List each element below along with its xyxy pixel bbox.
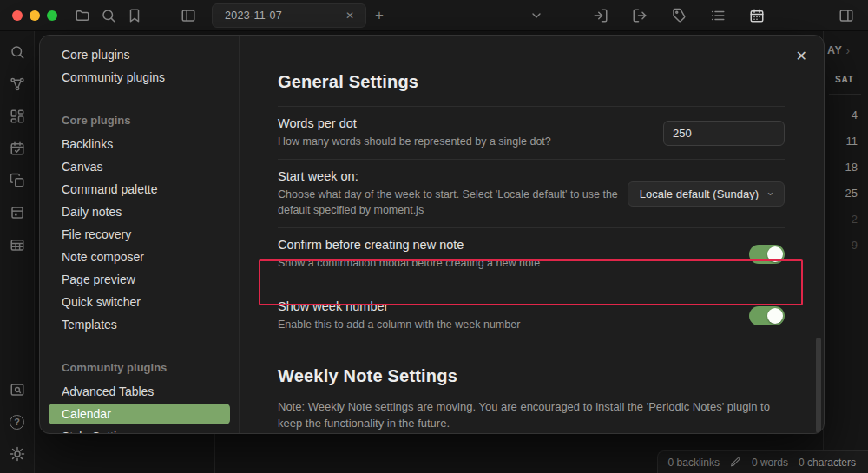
words-per-dot-input[interactable] xyxy=(663,121,785,146)
pencil-icon xyxy=(730,457,741,468)
sidebar-item-command-palette[interactable]: Command palette xyxy=(49,179,230,200)
folder-icon[interactable] xyxy=(69,4,95,27)
setting-name: Start week on: xyxy=(278,169,628,183)
toggle-knob xyxy=(767,308,783,324)
sidebar-item-daily-notes[interactable]: Daily notes xyxy=(49,201,230,222)
calendar-day[interactable]: 25 xyxy=(824,181,858,207)
close-window-button[interactable] xyxy=(12,10,23,21)
status-bar: 0 backlinks 0 words 0 characters xyxy=(657,450,868,473)
word-count[interactable]: 0 words xyxy=(752,457,788,469)
pane-divider xyxy=(214,434,215,473)
setting-name: Confirm before creating new note xyxy=(278,238,540,252)
chevron-down-icon[interactable] xyxy=(523,4,549,27)
setting-name: Words per dot xyxy=(278,116,551,130)
new-tab-button[interactable]: + xyxy=(366,7,392,24)
copy-icon[interactable] xyxy=(7,170,28,191)
sidebar-item-canvas[interactable]: Canvas xyxy=(49,156,230,177)
sidebar-item-core-plugins-nav[interactable]: Core plugins xyxy=(49,44,230,65)
settings-content: ✕ General Settings Words per dot How man… xyxy=(240,36,824,433)
setting-description: Enable this to add a column with the wee… xyxy=(278,317,520,332)
settings-sidebar: Core plugins Community plugins Core plug… xyxy=(40,36,240,433)
search-icon[interactable] xyxy=(95,4,122,27)
calendar-check-icon[interactable] xyxy=(7,138,28,159)
list-icon[interactable] xyxy=(705,4,731,27)
sidebar-section-community-plugins: Community plugins xyxy=(49,361,230,374)
layout-dashboard-icon[interactable] xyxy=(7,106,28,127)
sidebar-item-backlinks[interactable]: Backlinks xyxy=(49,134,230,154)
calendar-icon[interactable] xyxy=(744,4,770,27)
table-icon[interactable] xyxy=(7,234,28,255)
character-count[interactable]: 0 characters xyxy=(799,457,856,469)
sign-out-icon[interactable] xyxy=(627,4,653,27)
tab-2023-11-07[interactable]: 2023-11-07 ✕ xyxy=(212,3,366,28)
titlebar: 2023-11-07 ✕ + xyxy=(0,0,868,31)
sidebar-item-style-settings[interactable]: Style Settings xyxy=(49,426,230,434)
general-settings-title: General Settings xyxy=(278,72,785,92)
confirm-create-toggle[interactable] xyxy=(749,245,785,264)
sidebar-item-community-plugins-nav[interactable]: Community plugins xyxy=(49,67,230,88)
show-week-number-toggle[interactable] xyxy=(749,306,785,325)
modal-scrollbar[interactable] xyxy=(816,338,821,433)
calendar-next-icon[interactable]: › xyxy=(845,43,851,57)
sidebar-item-templates[interactable]: Templates xyxy=(49,314,230,335)
sidebar-item-quick-switcher[interactable]: Quick switcher xyxy=(49,292,230,312)
sidebar-section-core-plugins: Core plugins xyxy=(49,114,230,127)
setting-row-start-week-on: Start week on: Choose what day of the we… xyxy=(278,160,785,227)
calendar-day[interactable]: 18 xyxy=(824,154,858,181)
calendar-day-next-month[interactable]: 9 xyxy=(824,233,858,259)
minimize-window-button[interactable] xyxy=(30,10,40,21)
settings-gear-icon[interactable] xyxy=(7,443,28,464)
chevron-down-icon: ⌄ xyxy=(766,185,775,198)
tab-title: 2023-11-07 xyxy=(225,10,341,22)
panel-left-icon[interactable] xyxy=(175,4,201,27)
calendar-month-label-fragment: AY xyxy=(827,44,842,56)
help-icon[interactable]: ? xyxy=(7,411,28,432)
graph-view-icon[interactable] xyxy=(7,74,28,95)
vault-switcher-icon[interactable] xyxy=(7,379,28,400)
setting-description: Show a confirmation modal before creatin… xyxy=(278,255,540,271)
setting-row-show-week-number: Show week number Enable this to add a co… xyxy=(278,288,785,344)
sidebar-item-calendar[interactable]: Calendar xyxy=(49,404,230,424)
weekday-header-sat: SAT xyxy=(835,75,854,84)
setting-row-words-per-dot: Words per dot How many words should be r… xyxy=(278,107,785,159)
backlinks-count[interactable]: 0 backlinks xyxy=(668,457,720,469)
sidebar-item-file-recovery[interactable]: File recovery xyxy=(49,224,230,245)
bookmark-icon[interactable] xyxy=(122,4,148,27)
calendar-sidebar-pane: AY › SAT 4 11 18 25 2 9 xyxy=(823,31,868,473)
sidebar-item-note-composer[interactable]: Note composer xyxy=(49,246,230,267)
start-week-dropdown[interactable]: Locale default (Sunday) ⌄ xyxy=(628,181,785,207)
weekly-note-notice: Note: Weekly Note settings are moving. Y… xyxy=(278,398,785,432)
tags-icon[interactable] xyxy=(666,4,692,27)
sign-in-icon[interactable] xyxy=(588,4,614,27)
panel-right-icon[interactable] xyxy=(833,4,859,27)
calendar-day-column: 4 11 18 25 2 9 xyxy=(824,102,858,259)
weekly-note-settings-title: Weekly Note Settings xyxy=(278,366,785,386)
tab-close-icon[interactable]: ✕ xyxy=(341,8,358,23)
calendar-divider xyxy=(829,94,861,95)
calendar-range-icon[interactable] xyxy=(7,202,28,223)
setting-description: Choose what day of the week to start. Se… xyxy=(278,187,628,218)
toggle-knob xyxy=(767,246,783,262)
calendar-day-next-month[interactable]: 2 xyxy=(824,207,858,233)
modal-close-icon[interactable]: ✕ xyxy=(792,46,811,66)
zoom-window-button[interactable] xyxy=(47,10,57,21)
calendar-day[interactable]: 4 xyxy=(824,102,858,128)
ribbon-search-icon[interactable] xyxy=(7,42,28,62)
settings-modal: Core plugins Community plugins Core plug… xyxy=(39,35,825,434)
setting-description: How many words should be represented by … xyxy=(278,134,551,149)
calendar-day[interactable]: 11 xyxy=(824,128,858,154)
setting-row-confirm-create: Confirm before creating new note Show a … xyxy=(278,228,785,280)
window-controls[interactable] xyxy=(12,10,57,21)
sidebar-item-advanced-tables[interactable]: Advanced Tables xyxy=(49,381,230,402)
left-ribbon: ? xyxy=(0,31,35,473)
dropdown-value: Locale default (Sunday) xyxy=(640,187,759,200)
calendar-month-header[interactable]: AY › xyxy=(827,43,851,57)
setting-name: Show week number xyxy=(278,299,520,313)
sidebar-item-page-preview[interactable]: Page preview xyxy=(49,269,230,290)
